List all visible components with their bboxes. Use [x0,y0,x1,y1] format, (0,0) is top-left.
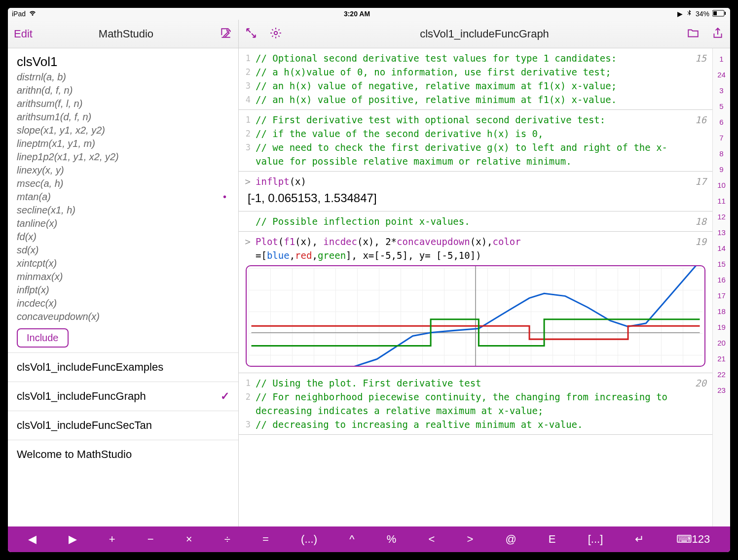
gear-icon[interactable] [269,27,282,41]
keyboard-key[interactable]: ÷ [220,531,235,548]
device-label: iPad [12,10,26,18]
plot-canvas[interactable] [246,265,705,367]
keyboard-key[interactable]: ↵ [630,531,649,548]
keyboard-key[interactable]: ⌨123 [671,531,715,548]
svg-rect-1 [713,11,717,15]
keyboard-key[interactable]: = [258,531,274,548]
code-cell[interactable]: 151// Optional second derivative test va… [239,48,712,110]
gutter-line-number: 24 [713,67,730,83]
include-button[interactable]: Include [17,328,69,348]
code-cell[interactable]: 17>inflpt(x)[-1, 0.065153, 1.534847] [239,172,712,211]
gutter-line-number: 3 [713,83,730,99]
clock: 3:20 AM [344,10,370,18]
gutter-line-number: 16 [713,272,730,288]
line-number: 3 [239,418,256,431]
sidebar-function-item[interactable]: arithn(d, f, n) [8,84,238,97]
code-cell[interactable]: 161// First derivative test with optiona… [239,110,712,172]
result-text: [-1, 0.065153, 1.534847] [239,188,712,208]
sidebar-function-item[interactable]: incdec(x) [8,297,238,310]
sidebar-function-item[interactable]: msec(a, h) [8,177,238,190]
code-text: inflpt(x) [256,175,708,188]
sidebar-function-item[interactable]: secline(x1, h) [8,204,238,217]
gutter-line-number: 14 [713,241,730,256]
sidebar-function-item[interactable]: concaveupdown(x) [8,310,238,323]
code-cell[interactable]: 19>Plot(f1(x), incdec(x), 2*concaveupdow… [239,232,712,373]
gutter-line-number: 17 [713,288,730,304]
keyboard-key[interactable]: × [181,531,197,548]
keyboard-key[interactable]: − [143,531,159,548]
sidebar-function-item[interactable]: slope(x1, y1, x2, y2) [8,124,238,137]
line-number: 4 [239,93,256,106]
gutter-line-number: 1 [713,51,730,67]
gutter-line-number: 6 [713,114,730,130]
gutter-line-number: 11 [713,193,730,209]
cell-number: 20 [695,376,706,390]
keyboard-key[interactable]: ◀ [23,531,41,548]
sidebar-function-item[interactable]: mtan(a) [8,190,238,204]
keyboard-key[interactable]: E [544,531,561,548]
gutter-line-number: 13 [713,225,730,241]
keyboard-key[interactable]: % [382,531,402,548]
edit-button[interactable]: Edit [14,28,33,40]
sidebar-doc-item[interactable]: clsVol1_includeFuncExamples [8,352,238,382]
code-cell[interactable]: 201// Using the plot. First derivative t… [239,373,712,435]
sidebar-function-item[interactable]: arithsum1(d, f, n) [8,110,238,124]
sidebar-doc-item[interactable]: clsVol1_includeFuncGraph [8,382,238,411]
gutter-line-number: 15 [713,256,730,272]
sidebar: clsVol1 distrnl(a, b)arithn(d, f, n)arit… [8,48,239,526]
document-title: clsVol1_includeFuncGraph [294,28,675,40]
airplay-icon: ▶ [677,10,683,18]
sidebar-function-item[interactable]: sd(x) [8,244,238,257]
cell-number: 19 [695,235,706,248]
cell-number: 17 [695,175,706,188]
svg-rect-2 [725,12,726,15]
keyboard-key[interactable]: @ [500,531,521,548]
cell-number: 16 [695,113,706,127]
keyboard-key[interactable]: ▶ [64,531,82,548]
sidebar-function-item[interactable]: inflpt(x) [8,283,238,297]
sidebar-function-item[interactable]: fd(x) [8,230,238,244]
line-number: 3 [239,79,256,93]
sidebar-function-item[interactable]: tanline(x) [8,217,238,230]
sidebar-function-item[interactable]: distrnl(a, b) [8,70,238,84]
keyboard-key[interactable]: + [104,531,120,548]
sidebar-function-item[interactable]: linep1p2(x1, y1, x2, y2) [8,150,238,164]
keyboard-key[interactable]: < [423,531,440,548]
sidebar-doc-item[interactable]: clsVol1_includeFuncSecTan [8,411,238,440]
cell-number: 15 [695,51,706,65]
sidebar-function-item[interactable]: minmax(x) [8,270,238,283]
keyboard-key[interactable]: [...] [583,531,608,548]
compose-icon[interactable] [220,27,232,41]
keyboard-key[interactable]: ^ [344,531,359,548]
gutter-line-number: 8 [713,146,730,162]
gutter-line-number: 9 [713,162,730,177]
line-number: 1 [239,113,256,127]
code-cell[interactable]: 18// Possible inflection point x-values. [239,211,712,232]
keyboard-key[interactable]: (...) [296,531,322,548]
code-text: // decreasing to increasing a realtive m… [256,418,708,431]
line-number: 2 [239,127,256,140]
code-text: // For neighborhood piecewise continuity… [256,390,708,418]
folder-icon[interactable] [687,27,700,41]
sidebar-function-item[interactable]: xintcpt(x) [8,257,238,270]
share-icon[interactable] [711,27,724,41]
editor[interactable]: 151// Optional second derivative test va… [239,48,712,526]
gutter-line-number: 18 [713,304,730,319]
sidebar-function-item[interactable]: arithsum(f, l, n) [8,97,238,110]
expand-icon[interactable] [245,27,258,41]
battery-percent: 34% [696,10,709,18]
code-text: Plot(f1(x), incdec(x), 2*concaveupdown(x… [256,235,708,262]
sidebar-doc-item[interactable]: Welcome to MathStudio [8,440,238,469]
keyboard-key[interactable]: > [462,531,478,548]
sidebar-function-item[interactable]: lineptm(x1, y1, m) [8,137,238,150]
status-bar: iPad 3:20 AM ▶ 34% [8,8,730,20]
gutter-line-number: 10 [713,177,730,193]
code-text: // if the value of the second derivative… [256,127,708,140]
code-text: // an h(x) value of positive, relative m… [256,93,708,106]
app-title: MathStudio [33,28,220,40]
sidebar-function-item[interactable]: linexy(x, y) [8,164,238,177]
cell-number: 18 [695,214,706,228]
line-number: 3 [239,140,256,168]
code-text: // First derivative test with optional s… [256,113,708,127]
line-number: 2 [239,390,256,418]
